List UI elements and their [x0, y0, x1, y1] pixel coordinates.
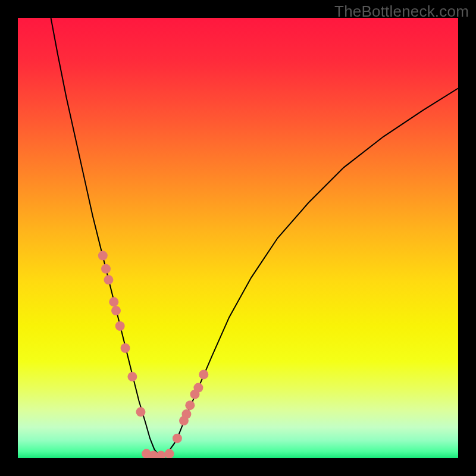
plot-area [18, 18, 458, 458]
data-point [115, 321, 125, 331]
gradient-background [18, 18, 458, 458]
data-point [193, 383, 203, 393]
data-point [109, 297, 118, 306]
data-point [185, 400, 195, 410]
data-point [199, 369, 208, 379]
data-point [101, 264, 111, 274]
data-point [136, 407, 145, 416]
watermark-text: TheBottleneck.com [334, 2, 469, 21]
data-point [121, 343, 130, 353]
data-point [104, 275, 113, 284]
data-point [127, 372, 137, 381]
chart-frame: TheBottleneck.com [0, 0, 476, 476]
data-point [111, 306, 121, 315]
data-point [165, 449, 174, 458]
data-point [98, 251, 108, 261]
data-point [181, 409, 191, 419]
data-point [173, 434, 182, 443]
